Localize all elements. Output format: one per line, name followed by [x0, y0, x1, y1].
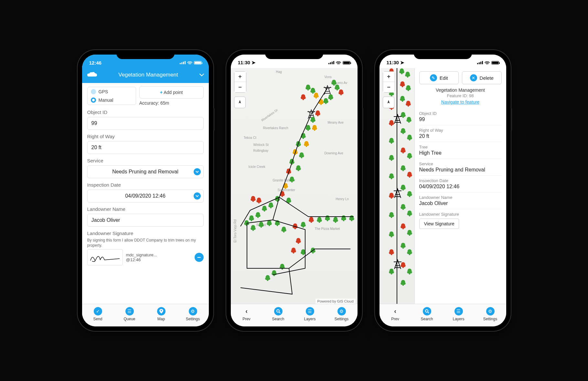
tab-search[interactable]: Search	[262, 304, 294, 324]
edit-button[interactable]: ✎Edit	[419, 71, 459, 84]
detail-row-object-id: Object ID99	[419, 108, 502, 125]
tree-marker[interactable]	[400, 242, 406, 249]
close-icon: ✕	[470, 74, 477, 81]
landowner-name-field[interactable]: Jacob Oliver	[87, 214, 204, 227]
locate-button[interactable]	[234, 97, 246, 108]
view-signature-button[interactable]: View Signature	[419, 219, 459, 229]
zoom-out-button[interactable]: −	[383, 82, 395, 92]
tree-marker[interactable]	[400, 280, 406, 286]
inspection-date-select[interactable]: 04/09/2020 12:46	[87, 190, 204, 202]
battery-icon	[194, 61, 202, 65]
zoom-in-button[interactable]: +	[234, 72, 246, 82]
map-view[interactable]: + − Hag Vons Vaquero Av Riverlakes Dr Ri…	[231, 68, 358, 304]
check-icon: ✓	[94, 307, 102, 315]
remove-signature-button[interactable]: −	[195, 253, 204, 262]
tree-marker[interactable]	[389, 173, 394, 180]
signal-icon	[328, 61, 334, 64]
tree-marker[interactable]	[389, 155, 394, 161]
tree-marker[interactable]	[407, 210, 412, 217]
add-point-button[interactable]: + + Add pointAdd point	[139, 86, 204, 98]
screen-1: 12:46 Vegetation Management GPS Manual	[82, 55, 209, 326]
search-icon	[274, 307, 283, 315]
phone-mockup-2: 11:30 ➤ + − Hag Vons Vaquero Av Riverlak…	[226, 50, 362, 331]
map-strip[interactable]: + −	[380, 68, 414, 304]
tree-marker[interactable]	[389, 138, 394, 144]
tree-marker[interactable]	[405, 100, 411, 107]
signature-thumbnail[interactable]	[87, 249, 123, 265]
app-header: Vegetation Management	[82, 68, 209, 83]
tree-marker[interactable]	[400, 204, 406, 210]
tab-layers[interactable]: ☰Layers	[443, 304, 475, 324]
navigate-link[interactable]: Navigate to feature	[419, 99, 502, 105]
detail-row-right-of-way: Right of Way20 ft	[419, 125, 502, 142]
chevron-down-icon[interactable]	[199, 72, 204, 78]
svg-point-3	[425, 310, 428, 312]
phone-mockup-3: 11:30 ➤ + − ✎	[375, 50, 511, 331]
landowner-signature-label: Landowner Signature	[87, 231, 204, 236]
tab-layers[interactable]: ☰Layers	[294, 304, 326, 324]
right-of-way-field[interactable]: 20 ft	[87, 141, 204, 154]
network-lines	[231, 68, 358, 304]
status-time: 12:46	[89, 60, 102, 66]
accuracy-label: Accuracy: 65m	[139, 100, 204, 106]
tree-marker[interactable]	[406, 117, 412, 123]
tab-prev[interactable]: ‹Prev	[231, 304, 262, 324]
inspection-date-label: Inspection Date	[87, 182, 204, 188]
tree-marker[interactable]	[407, 249, 412, 255]
tab-prev[interactable]: ‹Prev	[380, 304, 411, 324]
status-icons	[328, 61, 350, 65]
tree-marker[interactable]	[405, 85, 411, 91]
tree-marker[interactable]	[400, 81, 405, 88]
chevron-down-icon	[194, 168, 201, 175]
zoom-in-button[interactable]: +	[383, 72, 395, 82]
tree-marker[interactable]	[389, 231, 394, 238]
feature-id: Feature ID: 98	[419, 93, 502, 98]
tree-marker[interactable]	[400, 147, 406, 154]
battery-icon	[491, 61, 499, 65]
service-label: Service	[87, 158, 204, 163]
tower-icon	[393, 188, 402, 199]
tab-send[interactable]: ✓Send	[82, 304, 114, 324]
tab-settings[interactable]: ⚙Settings	[177, 304, 209, 324]
chevron-left-icon: ‹	[391, 307, 400, 315]
tree-marker[interactable]	[407, 268, 412, 275]
service-select[interactable]: Needs Pruning and Removal	[87, 165, 204, 178]
phone-mockup-1: 12:46 Vegetation Management GPS Manual	[78, 50, 213, 331]
tree-marker[interactable]	[399, 68, 405, 75]
location-arrow-icon: ➤	[400, 60, 404, 65]
tree-marker[interactable]	[389, 249, 394, 255]
tree-marker[interactable]	[407, 171, 412, 178]
delete-button[interactable]: ✕Delete	[462, 71, 502, 84]
tree-marker[interactable]	[400, 96, 405, 102]
battery-icon	[343, 61, 350, 65]
gps-radio[interactable]: GPS	[90, 88, 134, 95]
tab-search[interactable]: Search	[411, 304, 443, 324]
tree-marker[interactable]	[400, 165, 406, 171]
locate-button[interactable]	[383, 97, 394, 108]
tab-map[interactable]: Map	[145, 304, 177, 324]
tree-marker[interactable]	[407, 230, 412, 236]
screen-3: 11:30 ➤ + − ✎	[380, 55, 506, 326]
tab-bar: ✓Send ☰Queue Map ⚙Settings	[82, 304, 209, 326]
tree-marker[interactable]	[407, 153, 412, 159]
zoom-out-button[interactable]: −	[234, 82, 246, 92]
signature-meta: mdc_signature... @12:46	[126, 252, 191, 262]
tree-marker[interactable]	[389, 212, 394, 218]
status-time: 11:30 ➤	[238, 60, 256, 66]
tab-queue[interactable]: ☰Queue	[114, 304, 145, 324]
tree-marker[interactable]	[400, 128, 406, 134]
tree-marker[interactable]	[407, 191, 412, 197]
svg-point-1	[277, 310, 279, 312]
object-id-field[interactable]: 99	[87, 117, 204, 130]
tree-marker[interactable]	[405, 71, 411, 78]
tree-marker[interactable]	[400, 223, 406, 230]
tab-settings[interactable]: ⚙Settings	[326, 304, 358, 324]
tab-bar: ‹Prev Search ☰Layers ⚙Settings	[231, 304, 358, 326]
layers-icon: ☰	[454, 307, 463, 315]
tree-marker[interactable]	[407, 134, 412, 141]
tab-settings[interactable]: ⚙Settings	[475, 304, 506, 324]
wifi-icon	[485, 61, 490, 65]
manual-radio[interactable]: Manual	[90, 97, 134, 103]
zoom-controls: + −	[383, 71, 395, 93]
status-icons	[477, 61, 499, 65]
